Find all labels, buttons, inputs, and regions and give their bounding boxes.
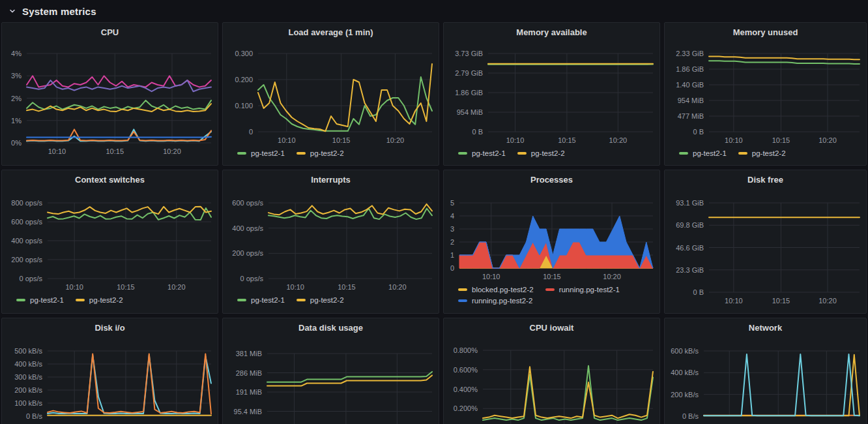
chart-context-switches[interactable]: 0 ops/s200 ops/s400 ops/s600 ops/s800 op… bbox=[2, 170, 218, 313]
chart-disk-io[interactable]: 0 B/s100 kB/s200 kB/s300 kB/s400 kB/s500… bbox=[2, 318, 218, 424]
legend-swatch bbox=[517, 152, 527, 155]
legend-item-pg-test2-1[interactable]: pg-test2-1 bbox=[458, 149, 506, 157]
dashboard-row-toggle[interactable]: System metrics bbox=[0, 0, 868, 22]
series-cyan bbox=[704, 354, 860, 416]
legend-item-pg-test2-2[interactable]: pg-test2-2 bbox=[76, 296, 123, 304]
x-tick-label: 10:20 bbox=[163, 147, 181, 155]
panel-title-processes[interactable]: Processes bbox=[444, 175, 659, 185]
panel-interrupts: Interrupts0 ops/s200 ops/s400 ops/s600 o… bbox=[222, 170, 439, 314]
chart-network[interactable]: 0 B/s200 kB/s400 kB/s600 kB/s bbox=[665, 318, 866, 424]
panel-cpu-iowait: CPU iowait0.200%0.400%0.600%0.800% bbox=[443, 318, 660, 424]
series-green bbox=[483, 366, 653, 420]
y-tick-label: 954 MiB bbox=[678, 97, 704, 104]
legend-swatch bbox=[76, 299, 85, 301]
y-tick-label: 0 B bbox=[693, 128, 704, 136]
legend-swatch bbox=[297, 299, 306, 301]
x-tick-label: 10:15 bbox=[772, 136, 790, 144]
legend-swatch bbox=[738, 152, 747, 155]
panel-load-average: Load average (1 min)00.1000.2000.30010:1… bbox=[222, 22, 439, 166]
y-tick-label: 23.3 GiB bbox=[676, 266, 704, 274]
panel-title-memory-available[interactable]: Memory available bbox=[444, 27, 659, 37]
y-tick-label: 2 bbox=[450, 238, 454, 246]
legend-item-pg-test2-2[interactable]: pg-test2-2 bbox=[297, 149, 344, 157]
legend-item-pg-test2-2[interactable]: pg-test2-2 bbox=[297, 296, 344, 304]
x-tick-label: 10:15 bbox=[117, 283, 135, 291]
legend-item-running.pg-test2-2[interactable]: running.pg-test2-2 bbox=[458, 297, 532, 305]
panel-title-cpu[interactable]: CPU bbox=[2, 27, 218, 37]
y-tick-label: 0 B bbox=[472, 128, 483, 136]
legend-item-pg-test2-1[interactable]: pg-test2-1 bbox=[16, 296, 64, 304]
legend-label: pg-test2-2 bbox=[310, 149, 344, 157]
legend-item-pg-test2-1[interactable]: pg-test2-1 bbox=[679, 149, 727, 157]
legend-item-pg-test2-2[interactable]: pg-test2-2 bbox=[517, 149, 565, 157]
y-tick-label: 100 kB/s bbox=[14, 399, 42, 407]
panel-title-memory-unused[interactable]: Memory unused bbox=[665, 27, 866, 37]
y-tick-label: 200 kB/s bbox=[671, 391, 699, 399]
chart-load-average[interactable]: 00.1000.2000.30010:1010:1510:20 bbox=[223, 23, 439, 165]
chart-cpu-iowait[interactable]: 0.200%0.400%0.600%0.800% bbox=[444, 318, 659, 424]
chart-memory-available[interactable]: 0 B954 MiB1.86 GiB2.79 GiB3.73 GiB10:101… bbox=[444, 23, 659, 165]
y-tick-label: 0.100 bbox=[235, 102, 253, 110]
y-tick-label: 2.33 GiB bbox=[676, 50, 704, 57]
chart-cpu[interactable]: 0%1%2%3%4%10:1010:1510:20 bbox=[2, 23, 218, 165]
panel-title-interrupts[interactable]: Interrupts bbox=[223, 175, 439, 185]
panel-title-load-average[interactable]: Load average (1 min) bbox=[223, 27, 439, 37]
panel-title-disk-free[interactable]: Disk free bbox=[665, 175, 866, 185]
panel-memory-available: Memory available0 B954 MiB1.86 GiB2.79 G… bbox=[443, 22, 660, 166]
y-tick-label: 2.79 GiB bbox=[455, 69, 483, 77]
legend-memory-unused: pg-test2-1pg-test2-2 bbox=[679, 149, 862, 157]
legend-label: running.pg-test2-1 bbox=[559, 286, 620, 294]
series-orange bbox=[27, 129, 211, 140]
x-tick-label: 10:10 bbox=[506, 136, 525, 144]
legend-item-pg-test2-1[interactable]: pg-test2-1 bbox=[237, 149, 285, 157]
panel-title-context-switches[interactable]: Context switches bbox=[2, 175, 218, 185]
panel-network: Network0 B/s200 kB/s400 kB/s600 kB/s bbox=[664, 318, 867, 424]
chart-disk-free[interactable]: 0 B23.3 GiB46.6 GiB69.8 GiB93.1 GiB10:10… bbox=[665, 170, 866, 313]
panel-cpu: CPU0%1%2%3%4%10:1010:1510:20 bbox=[1, 22, 218, 166]
x-tick-label: 10:20 bbox=[818, 136, 837, 144]
legend-item-blocked.pg-test2-2[interactable]: blocked.pg-test2-2 bbox=[458, 286, 534, 294]
y-tick-label: 5 bbox=[450, 199, 454, 207]
x-tick-label: 10:20 bbox=[603, 273, 621, 280]
y-tick-label: 477 MiB bbox=[678, 112, 704, 120]
panel-title-cpu-iowait[interactable]: CPU iowait bbox=[444, 323, 659, 333]
legend-processes: blocked.pg-test2-2running.pg-test2-1runn… bbox=[458, 286, 656, 305]
panel-disk-free: Disk free0 B23.3 GiB46.6 GiB69.8 GiB93.1… bbox=[664, 170, 867, 314]
legend-item-pg-test2-2[interactable]: pg-test2-2 bbox=[738, 149, 786, 157]
y-tick-label: 3% bbox=[11, 72, 22, 80]
legend-swatch bbox=[297, 152, 306, 155]
legend-interrupts: pg-test2-1pg-test2-2 bbox=[237, 296, 435, 304]
x-tick-label: 10:20 bbox=[818, 297, 837, 305]
panel-data-disk-usage: Data disk usage95.4 MiB191 MiB286 MiB381… bbox=[222, 318, 439, 424]
x-tick-label: 10:15 bbox=[106, 147, 124, 155]
legend-swatch bbox=[16, 299, 25, 301]
y-tick-label: 600 ops/s bbox=[232, 199, 263, 207]
series-pg-test2-2 bbox=[48, 207, 211, 214]
y-tick-label: 1 bbox=[450, 251, 454, 259]
legend-memory-available: pg-test2-1pg-test2-2 bbox=[458, 149, 656, 157]
series-pg-test2-2 bbox=[258, 64, 432, 131]
panel-title-network[interactable]: Network bbox=[665, 323, 866, 333]
y-tick-label: 46.6 GiB bbox=[676, 244, 704, 252]
series-pg-test2-1 bbox=[258, 77, 432, 131]
y-tick-label: 0 ops/s bbox=[240, 275, 264, 282]
panel-title-data-disk-usage[interactable]: Data disk usage bbox=[223, 323, 439, 333]
y-tick-label: 200 kB/s bbox=[14, 386, 42, 394]
legend-swatch bbox=[545, 288, 555, 291]
legend-item-pg-test2-1[interactable]: pg-test2-1 bbox=[237, 296, 285, 304]
x-tick-label: 10:10 bbox=[725, 136, 743, 144]
y-tick-label: 0.400% bbox=[454, 386, 478, 393]
x-tick-label: 10:20 bbox=[388, 283, 407, 291]
legend-item-running.pg-test2-1[interactable]: running.pg-test2-1 bbox=[545, 286, 620, 294]
y-tick-label: 0.600% bbox=[454, 366, 478, 374]
chevron-down-icon bbox=[8, 7, 17, 16]
panel-context-switches: Context switches0 ops/s200 ops/s400 ops/… bbox=[1, 170, 218, 314]
panel-title-disk-io[interactable]: Disk i/o bbox=[2, 323, 218, 333]
chart-memory-unused[interactable]: 0 B477 MiB954 MiB1.40 GiB1.86 GiB2.33 Gi… bbox=[665, 23, 866, 165]
y-tick-label: 300 kB/s bbox=[14, 373, 42, 381]
y-tick-label: 0.800% bbox=[454, 346, 478, 354]
y-tick-label: 0.200% bbox=[454, 404, 478, 412]
chart-data-disk-usage[interactable]: 95.4 MiB191 MiB286 MiB381 MiB bbox=[223, 318, 439, 424]
x-tick-label: 10:10 bbox=[65, 283, 83, 291]
chart-interrupts[interactable]: 0 ops/s200 ops/s400 ops/s600 ops/s10:101… bbox=[223, 170, 439, 313]
